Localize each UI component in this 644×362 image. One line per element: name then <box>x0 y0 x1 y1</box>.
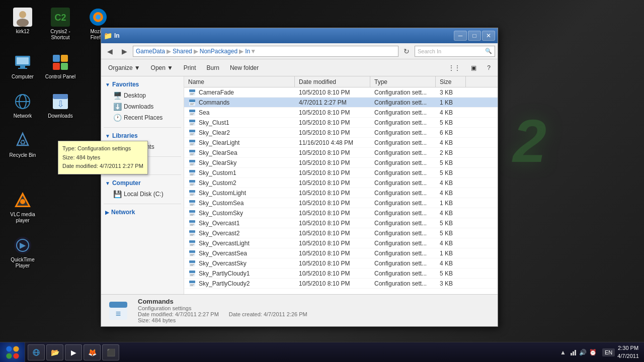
file-cell-name: Sky_CustomSky <box>184 208 295 218</box>
desktop-icon-computer[interactable]: Computer <box>5 50 40 82</box>
forward-button[interactable]: ▶ <box>118 45 130 57</box>
table-row[interactable]: Sky_CustomSky 10/5/2010 8:10 PM Configur… <box>184 208 498 218</box>
table-row[interactable]: Sky_ClearSky 10/5/2010 8:10 PM Configura… <box>184 158 498 168</box>
close-button[interactable]: ✕ <box>482 31 495 41</box>
taskbar-item-media[interactable]: ▶ <box>65 344 82 360</box>
table-row[interactable]: Sky_PartlyCloudy1 10/5/2010 8:10 PM Conf… <box>184 268 498 279</box>
column-name[interactable]: Name <box>184 76 295 87</box>
file-cfg-icon <box>188 199 196 207</box>
file-cell-size: 4 KB <box>436 138 466 147</box>
sidebar-header-favorites[interactable]: ▼ Favorites <box>101 79 184 90</box>
svg-rect-79 <box>189 210 195 213</box>
table-row[interactable]: Sky_ClearSea 10/5/2010 8:10 PM Configura… <box>184 148 498 158</box>
file-cell-size: 4 KB <box>436 258 466 268</box>
column-type[interactable]: Type <box>370 76 436 87</box>
address-dropdown-arrow[interactable]: ▼ <box>250 48 256 55</box>
sidebar-header-libraries[interactable]: ▼ Libraries <box>101 130 184 141</box>
table-row[interactable]: Commands 4/7/2011 2:27 PM Configuration … <box>184 98 498 108</box>
table-row[interactable]: Sky_PartlyCloudy2 10/5/2010 8:10 PM Conf… <box>184 279 498 289</box>
desktop-icon-crysis2[interactable]: C2 Crysis2 - Shortcut <box>43 5 78 43</box>
table-row[interactable]: Sky_Overcast2 10/5/2010 8:10 PM Configur… <box>184 228 498 238</box>
sidebar-header-computer[interactable]: ▼ Computer <box>101 177 184 189</box>
file-cell-size: 2 KB <box>436 148 466 157</box>
file-cell-date: 10/5/2010 8:10 PM <box>295 279 370 288</box>
language-indicator[interactable]: EN <box>602 348 615 356</box>
file-cell-type: Configuration sett... <box>370 248 436 258</box>
tray-clock-icon[interactable]: ⏰ <box>589 348 597 356</box>
breadcrumb-nonpackaged[interactable]: NonPackaged <box>200 48 237 55</box>
taskbar-item-explorer[interactable]: 📂 <box>46 344 63 360</box>
tray-volume-icon[interactable]: 🔊 <box>579 348 587 356</box>
table-row[interactable]: Sky_Clear2 10/5/2010 8:10 PM Configurati… <box>184 128 498 138</box>
minimize-button[interactable]: ─ <box>454 31 467 41</box>
table-row[interactable]: CameraFade 10/5/2010 8:10 PM Configurati… <box>184 87 498 98</box>
taskbar-item-ie[interactable] <box>28 344 45 360</box>
print-button[interactable]: Print <box>179 61 201 74</box>
table-row[interactable]: Sky_CustomSea 10/5/2010 8:10 PM Configur… <box>184 198 498 208</box>
taskbar-item-terminal[interactable]: ⬛ <box>102 344 119 360</box>
file-cell-size: 1 KB <box>436 98 466 107</box>
sidebar-item-recent-places[interactable]: 🕐 Recent Places <box>101 112 184 123</box>
refresh-button[interactable]: ↻ <box>401 46 412 57</box>
breadcrumb-gamedata[interactable]: GameData <box>136 48 165 55</box>
maximize-button[interactable]: □ <box>468 31 481 41</box>
organize-button[interactable]: Organize ▼ <box>104 61 145 74</box>
sidebar-item-downloads[interactable]: ⬇️ Downloads <box>101 101 184 112</box>
file-cell-type: Configuration sett... <box>370 218 436 228</box>
desktop-icon-vlc[interactable]: VLC media player <box>5 188 40 226</box>
taskbar-item-firefox[interactable]: 🦊 <box>84 344 101 360</box>
burn-button[interactable]: Burn <box>202 61 224 74</box>
table-row[interactable]: Sky_OvercastSky 10/5/2010 8:10 PM Config… <box>184 258 498 268</box>
desktop-icon-network[interactable]: Network <box>5 89 40 121</box>
sidebar-header-network[interactable]: ▶ Network <box>101 207 184 218</box>
tray-network-icon[interactable] <box>569 348 577 356</box>
desktop-icon-control-panel[interactable]: Control Panel <box>43 50 78 82</box>
svg-point-1 <box>19 11 26 18</box>
file-cell-date: 10/5/2010 8:10 PM <box>295 178 370 188</box>
svg-rect-111 <box>109 302 127 308</box>
file-cfg-icon <box>188 189 196 197</box>
address-input[interactable]: GameData ▶ Shared ▶ NonPackaged ▶ In ▼ <box>133 46 398 57</box>
open-button[interactable]: Open ▼ <box>146 61 178 74</box>
column-size[interactable]: Size <box>436 76 466 87</box>
file-name-text: Sky_Clear2 <box>199 129 230 136</box>
table-row[interactable]: Sky_Custom2 10/5/2010 8:10 PM Configurat… <box>184 178 498 188</box>
breadcrumb-in[interactable]: In <box>245 48 250 55</box>
column-date-modified[interactable]: Date modified <box>295 76 370 87</box>
table-row[interactable]: Sky_Overcast1 10/5/2010 8:10 PM Configur… <box>184 218 498 228</box>
table-row[interactable]: Sky_Custom1 10/5/2010 8:10 PM Configurat… <box>184 168 498 178</box>
download-icon: ⇩ <box>50 92 70 112</box>
file-name-text: Sky_Custom1 <box>199 169 236 176</box>
table-row[interactable]: Sky_CustomLight 10/5/2010 8:10 PM Config… <box>184 188 498 198</box>
start-button[interactable] <box>0 342 25 363</box>
tray-arrow-icon[interactable]: ▲ <box>559 348 567 356</box>
table-row[interactable]: Sky_Clust1 10/5/2010 8:10 PM Configurati… <box>184 118 498 128</box>
svg-rect-10 <box>20 66 25 68</box>
search-icon[interactable]: 🔍 <box>485 48 492 54</box>
desktop-icon-download[interactable]: ⇩ Downloads <box>43 89 78 121</box>
file-cell-size: 5 KB <box>436 118 466 127</box>
desktop: 2 kirk12 C2 <box>0 0 644 362</box>
search-box[interactable]: Search In 🔍 <box>415 46 495 57</box>
desktop-icon-recycle[interactable]: ♻ Recycle Bin <box>5 129 40 160</box>
desktop-icon-kirk12[interactable]: kirk12 <box>5 5 40 43</box>
table-row[interactable]: Sky_ClearLight 11/16/2010 4:48 PM Config… <box>184 138 498 148</box>
breadcrumb-shared[interactable]: Shared <box>173 48 192 55</box>
file-cfg-icon <box>188 209 196 217</box>
sidebar-section-network: ▶ Network <box>101 207 184 218</box>
view-button[interactable]: ⋮⋮ <box>444 61 465 74</box>
sidebar-item-desktop[interactable]: 🖥️ Desktop <box>101 90 184 101</box>
new-folder-button[interactable]: New folder <box>225 61 263 74</box>
desktop-icon-quicktime[interactable]: ▶ QuickTime Player <box>5 233 40 271</box>
table-row[interactable]: Sea 10/5/2010 8:10 PM Configuration sett… <box>184 108 498 118</box>
preview-button[interactable]: ▣ <box>466 61 481 74</box>
file-cell-name: Sky_OvercastLight <box>184 238 295 248</box>
sidebar-item-local-disk[interactable]: 💾 Local Disk (C:) <box>101 189 184 200</box>
help-button[interactable]: ? <box>482 61 495 74</box>
back-button[interactable]: ◀ <box>104 45 116 57</box>
file-cell-date: 10/5/2010 8:10 PM <box>295 228 370 238</box>
file-cell-type: Configuration sett... <box>370 228 436 238</box>
svg-point-114 <box>13 346 19 351</box>
table-row[interactable]: Sky_OvercastSea 10/5/2010 8:10 PM Config… <box>184 248 498 258</box>
table-row[interactable]: Sky_OvercastLight 10/5/2010 8:10 PM Conf… <box>184 238 498 248</box>
